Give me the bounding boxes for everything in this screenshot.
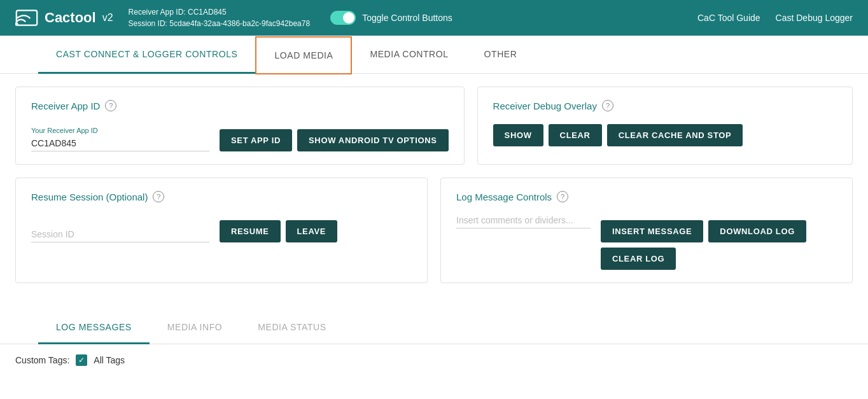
nav-logger-link[interactable]: Cast Debug Logger <box>776 13 853 23</box>
app-version: v2 <box>102 12 113 24</box>
show-debug-button[interactable]: SHOW <box>493 124 543 146</box>
show-android-tv-button[interactable]: SHOW ANDROID TV OPTIONS <box>297 129 449 151</box>
receiver-app-id-help-icon[interactable]: ? <box>105 100 116 111</box>
leave-button[interactable]: LEAVE <box>286 220 338 242</box>
resume-button[interactable]: RESUME <box>220 220 281 242</box>
log-controls-btn-row: INSERT MESSAGE DOWNLOAD LOG CLEAR LOG <box>601 220 837 270</box>
log-message-controls-card: Log Message Controls ? INSERT MESSAGE DO… <box>440 178 853 283</box>
comment-input[interactable] <box>456 213 591 228</box>
clear-cache-stop-button[interactable]: CLEAR CACHE AND STOP <box>607 124 743 146</box>
toggle-label: Toggle Control Buttons <box>362 13 452 23</box>
nav-guide-link[interactable]: CaC Tool Guide <box>697 13 760 23</box>
tab-cast-connect[interactable]: CAST CONNECT & LOGGER CONTROLS <box>38 36 255 74</box>
toggle-control-buttons[interactable] <box>330 11 356 25</box>
all-tags-label: All Tags <box>94 355 125 365</box>
receiver-app-id-content: Your Receiver App ID SET APP ID SHOW AND… <box>31 122 449 151</box>
header: Cactool v2 Receiver App ID: CC1AD845 Ses… <box>0 0 868 36</box>
receiver-debug-help-icon[interactable]: ? <box>602 100 613 111</box>
tab-media-status[interactable]: MEDIA STATUS <box>240 312 344 344</box>
bottom-tabs: LOG MESSAGES MEDIA INFO MEDIA STATUS <box>0 311 868 344</box>
log-message-controls-title: Log Message Controls ? <box>456 191 837 202</box>
receiver-app-id-title: Receiver App ID ? <box>31 100 449 111</box>
receiver-debug-title: Receiver Debug Overlay ? <box>493 100 837 111</box>
receiver-debug-card: Receiver Debug Overlay ? SHOW CLEAR CLEA… <box>477 87 853 165</box>
insert-message-button[interactable]: INSERT MESSAGE <box>601 220 703 242</box>
set-app-id-button[interactable]: SET APP ID <box>220 129 292 151</box>
receiver-app-id-input-group: Your Receiver App ID <box>31 127 209 151</box>
receiver-app-id-info: Receiver App ID: CC1AD845 <box>129 6 311 18</box>
session-id-input[interactable] <box>31 227 209 242</box>
resume-session-title: Resume Session (Optional) ? <box>31 191 412 202</box>
receiver-app-id-input[interactable] <box>31 136 209 151</box>
log-controls-content: INSERT MESSAGE DOWNLOAD LOG CLEAR LOG <box>456 213 837 270</box>
resume-session-btn-row: RESUME LEAVE <box>220 220 337 242</box>
all-tags-checkbox[interactable] <box>76 354 87 366</box>
clear-log-button[interactable]: CLEAR LOG <box>601 248 676 270</box>
clear-debug-button[interactable]: CLEAR <box>549 124 602 146</box>
download-log-button[interactable]: DOWNLOAD LOG <box>708 220 806 242</box>
receiver-app-id-input-label: Your Receiver App ID <box>31 127 209 134</box>
custom-tags-label: Custom Tags: <box>15 355 69 365</box>
toggle-area[interactable]: Toggle Control Buttons <box>330 11 452 25</box>
app-title: Cactool <box>45 10 96 26</box>
tab-load-media[interactable]: LOAD MEDIA <box>255 36 352 74</box>
main-tabs: CAST CONNECT & LOGGER CONTROLS LOAD MEDI… <box>0 36 868 74</box>
header-nav: CaC Tool Guide Cast Debug Logger <box>697 13 853 23</box>
resume-session-content: RESUME LEAVE <box>31 213 412 242</box>
tab-other[interactable]: OTHER <box>466 36 535 74</box>
receiver-app-id-card: Receiver App ID ? Your Receiver App ID S… <box>15 87 465 165</box>
bottom-cards-row: Resume Session (Optional) ? RESUME LEAVE… <box>15 178 853 283</box>
session-id-info: Session ID: 5cdae4fa-32aa-4386-ba2c-9fac… <box>129 18 311 29</box>
tab-media-info[interactable]: MEDIA INFO <box>150 312 241 344</box>
receiver-debug-btn-row: SHOW CLEAR CLEAR CACHE AND STOP <box>493 124 837 146</box>
resume-session-card: Resume Session (Optional) ? RESUME LEAVE <box>15 178 428 283</box>
resume-session-help-icon[interactable]: ? <box>153 191 164 202</box>
logo: Cactool v2 <box>15 9 113 27</box>
log-message-controls-help-icon[interactable]: ? <box>557 191 568 202</box>
header-info: Receiver App ID: CC1AD845 Session ID: 5c… <box>129 6 311 29</box>
main-content: Receiver App ID ? Your Receiver App ID S… <box>0 74 868 309</box>
tab-media-control[interactable]: MEDIA CONTROL <box>352 36 466 74</box>
tab-log-messages[interactable]: LOG MESSAGES <box>38 312 150 344</box>
top-cards-row: Receiver App ID ? Your Receiver App ID S… <box>15 87 853 165</box>
custom-tags-row: Custom Tags: All Tags <box>0 344 868 376</box>
receiver-app-id-btn-row: SET APP ID SHOW ANDROID TV OPTIONS <box>220 129 449 151</box>
cast-logo-icon <box>15 9 38 27</box>
svg-rect-0 <box>17 10 37 25</box>
